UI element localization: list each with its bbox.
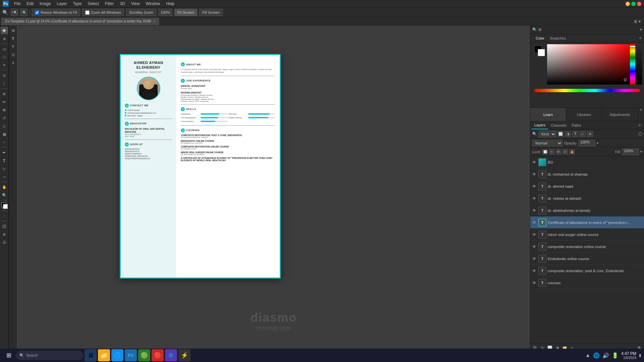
taskbar-app-5[interactable]: 🔴 xyxy=(152,349,164,361)
zoom-in-icon[interactable]: 🔍 xyxy=(1,9,9,16)
layer-item[interactable]: 👁 T dr. nebras al-dahash xyxy=(530,192,644,204)
lock-all-btn[interactable]: 🔒 xyxy=(569,149,575,155)
paragraph-icon[interactable]: ¶ xyxy=(9,43,17,50)
battery-icon[interactable]: 🔋 xyxy=(612,352,619,359)
healing-tool[interactable]: ⊕ xyxy=(1,90,8,98)
extra-tool-3[interactable]: ⊕ xyxy=(1,231,8,238)
properties-icon[interactable]: ⊞ xyxy=(9,27,17,34)
filter-pixel-btn[interactable]: ⬜ xyxy=(557,131,564,137)
fill-dropdown-arrow[interactable]: ▾ xyxy=(640,150,642,154)
color-tab[interactable]: Color xyxy=(533,36,547,40)
opacity-slider[interactable] xyxy=(534,89,640,92)
color-spectrum[interactable] xyxy=(630,44,635,84)
lasso-tool[interactable]: ⬡ xyxy=(1,53,8,61)
learn-tab[interactable]: Learn xyxy=(530,108,566,121)
minimize-button[interactable] xyxy=(626,2,630,6)
canvas-area[interactable]: AHMED AYMAN ELSHEBENY GENERAL DENTIST xyxy=(17,25,530,352)
taskbar-app-6[interactable]: 🔵 xyxy=(165,349,177,361)
menu-type[interactable]: Type xyxy=(70,1,84,7)
extra-tool-1[interactable]: ··· xyxy=(1,212,8,220)
layer-item[interactable]: 👁 T Certificate of attendance in event o… xyxy=(530,217,644,229)
adjustments-tab[interactable]: Adjustments xyxy=(602,108,638,121)
crop-tool[interactable]: ⊡ xyxy=(1,72,8,79)
color-gradient[interactable] xyxy=(547,44,630,84)
layer-comp-icon[interactable]: ⊡ xyxy=(9,51,17,58)
panel-toggle-btn[interactable]: ▾ xyxy=(639,19,641,24)
move-tool[interactable]: ✥ xyxy=(1,27,8,34)
layer-visibility-toggle[interactable]: 👁 xyxy=(532,268,537,274)
fg-color-swatch[interactable] xyxy=(1,202,8,209)
menu-help[interactable]: Help xyxy=(163,1,177,7)
layer-item[interactable]: 👁 T minor oral surger online course xyxy=(530,229,644,241)
blend-mode-dropdown[interactable]: Normal xyxy=(532,140,562,146)
swatches-tab[interactable]: Swatches xyxy=(547,36,569,40)
menu-edit[interactable]: Edit xyxy=(24,1,36,7)
filter-shape-btn[interactable]: ▱ xyxy=(580,131,586,137)
layer-visibility-toggle[interactable]: 👁 xyxy=(532,256,537,261)
zoom-out-btn[interactable]: -🔍 xyxy=(20,9,28,16)
artboard-tool[interactable]: ⊞ xyxy=(1,35,8,42)
resize-windows-checkbox[interactable] xyxy=(35,10,39,15)
lock-transparent-btn[interactable]: ⬜ xyxy=(542,149,548,155)
taskbar-app-4[interactable]: 🟢 xyxy=(138,349,150,361)
magic-wand-tool[interactable]: ✦ xyxy=(1,61,8,69)
color-boxes[interactable] xyxy=(534,46,545,56)
lock-image-btn[interactable]: ✏ xyxy=(549,149,554,155)
layer-item[interactable]: 👁 T dr. abdelrahman al-tamaly xyxy=(530,204,644,217)
zoom-in-btn[interactable]: +🔍 xyxy=(11,9,18,16)
brush-tool[interactable]: ✏ xyxy=(1,98,8,106)
fill-value[interactable]: 100% xyxy=(622,148,639,155)
paths-tab[interactable]: Paths xyxy=(569,121,584,129)
lock-position-btn[interactable]: ✥ xyxy=(556,149,561,155)
shape-tool[interactable]: ▱ xyxy=(1,173,8,180)
layer-visibility-toggle[interactable]: 👁 xyxy=(532,208,537,213)
taskbar-folder-icon[interactable]: 📁 xyxy=(98,349,110,361)
speaker-icon[interactable]: 🔊 xyxy=(602,352,609,359)
color-panel-menu[interactable]: ≡ xyxy=(639,36,641,40)
clone-tool[interactable]: ✿ xyxy=(1,106,8,114)
zoom-all-checkbox[interactable] xyxy=(85,10,90,15)
channels-tab[interactable]: Channels xyxy=(548,121,569,129)
layer-item[interactable]: 👁 T composite restoration, post & core, … xyxy=(530,265,644,277)
panel-grid-icon[interactable]: ⊞ xyxy=(538,27,541,32)
eyedropper-tool[interactable]: ⌶ xyxy=(1,80,8,87)
opacity-dropdown-arrow[interactable]: ▾ xyxy=(597,141,598,145)
panel-collapse-icon[interactable]: ▾ xyxy=(640,27,642,32)
layer-visibility-toggle[interactable]: 👁 xyxy=(532,280,537,286)
layer-visibility-toggle[interactable]: 👁 xyxy=(532,220,537,225)
marquee-tool[interactable]: ▭ xyxy=(1,45,8,53)
maximize-button[interactable] xyxy=(631,2,636,6)
gradient-tool[interactable]: ▦ xyxy=(1,130,8,138)
doc-close-btn[interactable]: × xyxy=(153,19,155,23)
layer-item[interactable]: 👁 T dr. ahmed saad xyxy=(530,180,644,192)
filter-smart-btn[interactable]: ⊕ xyxy=(587,131,593,137)
layers-panel-menu[interactable]: ≡ xyxy=(637,123,643,127)
filter-kind-dropdown[interactable]: Kind xyxy=(538,131,556,137)
menu-layer[interactable]: Layer xyxy=(54,1,69,7)
color-gradient-area[interactable] xyxy=(547,44,630,84)
menu-filter[interactable]: Filter xyxy=(102,1,117,7)
document-tab[interactable]: CV-Template-11.psd @ 24.6% (Certificate … xyxy=(1,18,159,25)
layer-item[interactable]: 👁 T dr. mohamed el-shamaa xyxy=(530,168,644,180)
layer-visibility-toggle[interactable]: 👁 xyxy=(532,232,537,237)
menu-select[interactable]: Select xyxy=(85,1,101,7)
layer-visibility-toggle[interactable]: 👁 xyxy=(532,172,537,177)
fill-screen-btn[interactable]: Fill Screen xyxy=(199,9,223,16)
start-button[interactable]: ⊞ xyxy=(3,349,15,361)
filter-toggle[interactable] xyxy=(639,132,642,136)
menu-image[interactable]: Image xyxy=(37,1,53,7)
taskbar-ps-icon[interactable]: Ps xyxy=(125,349,137,361)
libraries-tab[interactable]: Libraries xyxy=(566,108,602,121)
close-button[interactable] xyxy=(637,2,641,6)
history-brush-tool[interactable]: ↺ xyxy=(1,114,8,122)
layer-visibility-toggle[interactable]: 👁 xyxy=(532,184,537,189)
layer-visibility-toggle[interactable]: 👁 xyxy=(532,196,537,201)
fit-screen-btn[interactable]: Fit Screen xyxy=(174,9,197,16)
taskbar-search[interactable]: 🔍 Search xyxy=(16,351,83,360)
pen-tool[interactable]: ✒ xyxy=(1,149,8,156)
taskbar-chevron[interactable]: ▲ xyxy=(585,352,590,358)
learn-panel-menu[interactable]: ≡ xyxy=(638,108,644,121)
menu-view[interactable]: View xyxy=(128,1,143,7)
hand-tool[interactable]: ✋ xyxy=(1,183,8,191)
lock-artboard-btn[interactable]: ⊡ xyxy=(562,149,568,155)
